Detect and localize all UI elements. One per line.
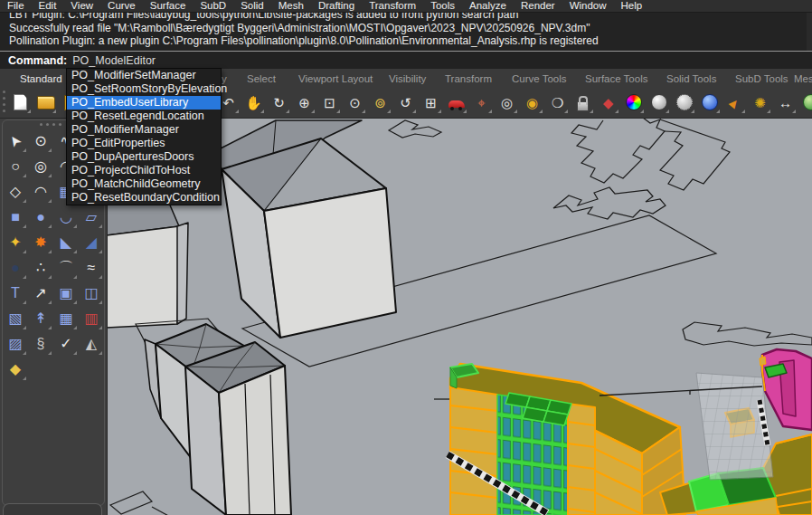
console-line: Pollination Plugin: a new plugin C:\Prog… xyxy=(0,34,812,48)
menu-item[interactable]: Drafting xyxy=(311,0,362,12)
palette-tool[interactable]: ➤ xyxy=(3,129,28,154)
toolbar-icon[interactable] xyxy=(673,91,695,114)
toolbar-icon[interactable] xyxy=(445,91,467,114)
autocomplete-item[interactable]: PO_MatchChildGeometry xyxy=(67,177,221,191)
palette-tool[interactable]: ◭ xyxy=(79,331,104,357)
toolbar-icon[interactable] xyxy=(698,91,721,114)
tab-curve-tools[interactable]: Curve Tools xyxy=(512,68,567,88)
toolbar-icon[interactable]: ⊡ xyxy=(318,91,341,114)
command-input[interactable]: PO_ModelEditor xyxy=(67,54,156,67)
palette-tool[interactable]: ▦ xyxy=(53,306,79,331)
menu-item[interactable]: Tools xyxy=(423,0,462,12)
menu-item[interactable]: Edit xyxy=(32,0,64,12)
toolbar-icon[interactable]: ❍ xyxy=(546,91,569,114)
toolbar-icon[interactable]: ◎ xyxy=(496,91,518,114)
menu-item[interactable]: Help xyxy=(614,0,650,12)
menu-item[interactable]: Surface xyxy=(143,0,194,12)
menu-item[interactable]: View xyxy=(63,0,100,12)
toolbar-icon[interactable] xyxy=(9,91,32,114)
toolbar-icon[interactable]: ✋ xyxy=(242,91,265,114)
palette-tool[interactable]: ● xyxy=(28,205,53,230)
menu-item[interactable]: SubD xyxy=(193,0,233,12)
toolbar-icon[interactable]: ⊞ xyxy=(420,91,442,114)
toolbar-icon[interactable]: ↻ xyxy=(268,91,290,114)
palette-tool[interactable]: ↗ xyxy=(28,281,53,306)
palette-tool[interactable]: ◆ xyxy=(3,357,28,382)
menu-item[interactable]: Curve xyxy=(100,0,143,12)
palette-tool[interactable]: ⌒ xyxy=(53,255,79,281)
autocomplete-item[interactable]: PO_EditProperties xyxy=(67,137,221,150)
palette-tool[interactable]: ≈ xyxy=(79,255,104,281)
tab-visibility[interactable]: Visibility xyxy=(389,68,426,88)
tab-transform[interactable]: Transform xyxy=(445,68,492,88)
autocomplete-item[interactable]: PO_ResetLegendLocation xyxy=(67,110,221,123)
toolbar-icon[interactable] xyxy=(799,91,812,114)
palette-tool[interactable]: ◡ xyxy=(53,205,79,230)
palette-tool[interactable]: ◎ xyxy=(28,154,53,179)
toolbar-icon[interactable]: ▲ xyxy=(723,91,746,114)
palette-tool[interactable]: ◫ xyxy=(79,281,104,306)
toolbar-icon[interactable]: ◆ xyxy=(597,91,619,114)
autocomplete-item[interactable]: PO_ResetBoundaryCondition xyxy=(67,191,221,205)
command-autocomplete: PO_ModifierSetManagerPO_SetRoomStoryByEl… xyxy=(66,68,222,205)
console-scrollbar[interactable] xyxy=(807,13,812,51)
autocomplete-item[interactable]: PO_SetRoomStoryByElevation xyxy=(67,82,221,96)
tab-mesh-tools[interactable]: Mesh Tools xyxy=(794,68,812,88)
toolbar-grip[interactable] xyxy=(3,91,5,93)
toolbar-icon[interactable]: ⊙ xyxy=(344,91,366,114)
toolbar-icon[interactable] xyxy=(647,91,670,114)
autocomplete-item[interactable]: PO_ProjectChildToHost xyxy=(67,164,221,177)
palette-tool[interactable]: ▱ xyxy=(79,205,104,230)
palette-tool[interactable]: ∴ xyxy=(28,255,53,281)
palette-tool[interactable]: ✸ xyxy=(28,230,53,255)
palette-tool[interactable]: ■ xyxy=(3,205,28,230)
toolbar-icon[interactable] xyxy=(571,91,594,114)
autocomplete-item[interactable]: PO_DupAperturesDoors xyxy=(67,150,221,164)
toolbar-icon[interactable]: ✺ xyxy=(749,91,771,114)
command-history[interactable]: LBT Plugin: C:\Program Files\ladybug_too… xyxy=(0,13,812,51)
autocomplete-item[interactable]: PO_ModifierManager xyxy=(67,123,221,137)
palette-tool[interactable]: ▨ xyxy=(3,331,28,357)
menu-item[interactable]: Transform xyxy=(362,0,423,12)
palette-tool[interactable]: ◠ xyxy=(28,179,53,205)
tab-subd-tools[interactable]: SubD Tools xyxy=(735,68,788,88)
command-line[interactable]: Command: PO_ModelEditor xyxy=(0,51,812,69)
autocomplete-item[interactable]: PO_ModifierSetManager xyxy=(67,69,221,82)
palette-tool[interactable]: ▣ xyxy=(53,281,79,306)
menu-item[interactable]: Mesh xyxy=(271,0,311,12)
palette-tool[interactable]: ◢ xyxy=(79,230,104,255)
palette-tool[interactable]: ▥ xyxy=(79,306,104,331)
palette-tool[interactable]: ⊙ xyxy=(28,129,53,154)
toolbar-icon[interactable] xyxy=(622,91,645,114)
docked-panel-edge[interactable] xyxy=(3,503,102,515)
menu-item[interactable]: Render xyxy=(514,0,562,12)
tab-viewport-layout[interactable]: Viewport Layout xyxy=(298,68,373,88)
tab-solid-tools[interactable]: Solid Tools xyxy=(666,68,716,88)
palette-tool[interactable]: ◣ xyxy=(53,230,79,255)
palette-tool[interactable]: T xyxy=(3,281,28,306)
palette-tool[interactable]: ▧ xyxy=(3,306,28,331)
toolbar-icon[interactable]: ◉ xyxy=(521,91,543,114)
palette-tool[interactable]: ✓ xyxy=(53,331,79,357)
palette-tool[interactable]: ◇ xyxy=(3,179,28,205)
palette-tool[interactable]: ✦ xyxy=(3,230,28,255)
tab-surface-tools[interactable]: Surface Tools xyxy=(585,68,647,88)
menu-item[interactable]: File xyxy=(0,0,32,12)
menu-item[interactable]: Solid xyxy=(233,0,271,12)
palette-tool[interactable]: ● xyxy=(3,255,28,281)
sidebar-grip[interactable] xyxy=(40,123,42,126)
menu-item[interactable]: Analyze xyxy=(462,0,514,12)
palette-tool[interactable]: ○ xyxy=(3,154,28,179)
toolbar-icon[interactable]: ⊕ xyxy=(293,91,316,114)
toolbar-icon[interactable]: ⌖ xyxy=(470,91,493,114)
tab-standard[interactable]: Standard xyxy=(20,68,62,88)
tab-select[interactable]: Select xyxy=(247,68,276,88)
autocomplete-item[interactable]: PO_EmbedUserLibrary xyxy=(67,96,221,110)
palette-tool[interactable]: § xyxy=(28,331,53,357)
toolbar-icon[interactable]: ↔ xyxy=(774,91,797,114)
toolbar-icon[interactable] xyxy=(34,91,57,114)
palette-tool[interactable]: ↟ xyxy=(28,306,53,331)
menu-item[interactable]: Window xyxy=(562,0,614,12)
toolbar-icon[interactable]: ↺ xyxy=(394,91,417,114)
toolbar-icon[interactable]: ⊚ xyxy=(369,91,392,114)
